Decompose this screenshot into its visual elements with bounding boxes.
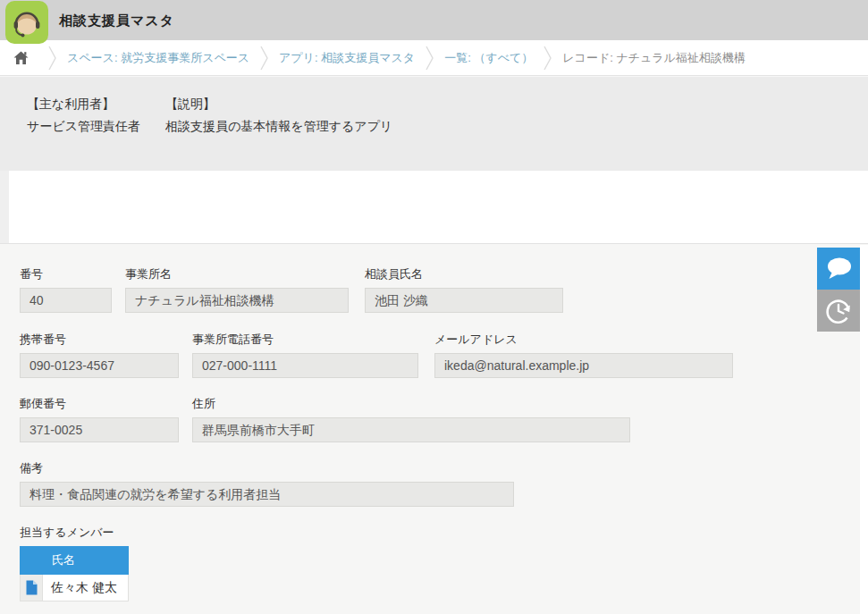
field-office-phone-value: 027-000-1111: [192, 353, 418, 378]
field-number-value: 40: [20, 288, 112, 313]
side-tools: [817, 248, 860, 332]
app-window: 相談支援員マスタ スペース: 就労支援事業所スペース アプリ: 相談支援員マスタ…: [0, 0, 868, 614]
field-mobile: 携帯番号 090-0123-4567: [20, 332, 179, 378]
row-detail-button[interactable]: [20, 575, 43, 601]
page-title: 相談支援員マスタ: [59, 13, 174, 29]
field-address: 住所 群馬県前橋市大手町: [192, 396, 630, 442]
field-office-name: 事業所名 ナチュラル福祉相談機構: [125, 266, 349, 313]
field-counselor-name: 相談員氏名 池田 沙織: [365, 266, 563, 313]
app-description: 【主な利用者】 サービス管理責任者 【説明】 相談支援員の基本情報を管理するアプ…: [0, 77, 868, 171]
field-mobile-label: 携帯番号: [20, 332, 179, 348]
history-icon: [817, 290, 860, 332]
field-email-value: ikeda@natural.example.jp: [434, 353, 733, 378]
field-postal-code-label: 郵便番号: [20, 396, 179, 412]
comment-icon: [817, 248, 860, 290]
history-button[interactable]: [817, 290, 860, 332]
headset-operator-icon: [5, 1, 48, 44]
member-name-cell: 佐々木 健太: [43, 575, 129, 601]
field-number: 番号 40: [20, 266, 112, 313]
description-about-column: 【説明】 相談支援員の基本情報を管理するアプリ: [165, 93, 392, 138]
record-detail: 番号 40 事業所名 ナチュラル福祉相談機構 相談員氏名 池田 沙織 携帯番号 …: [0, 243, 868, 614]
breadcrumb: スペース: 就労支援事業所スペース アプリ: 相談支援員マスタ 一覧: （すべて…: [0, 40, 868, 76]
description-body: 相談支援員の基本情報を管理するアプリ: [165, 115, 392, 138]
breadcrumb-separator-icon: [260, 46, 268, 71]
document-icon: [26, 580, 38, 595]
app-icon: [5, 1, 48, 44]
field-postal-code: 郵便番号 371-0025: [20, 396, 179, 442]
breadcrumb-space-link[interactable]: スペース: 就労支援事業所スペース: [67, 50, 249, 66]
field-counselor-name-label: 相談員氏名: [365, 266, 563, 282]
field-address-label: 住所: [192, 396, 630, 412]
breadcrumb-separator-icon: [426, 46, 434, 71]
breadcrumb-view-link[interactable]: 一覧: （すべて）: [444, 50, 533, 66]
side-panel-edge: [860, 245, 868, 614]
app-header: 相談支援員マスタ: [0, 0, 868, 40]
description-users-column: 【主な利用者】 サービス管理責任者: [27, 93, 140, 138]
field-office-phone: 事業所電話番号 027-000-1111: [192, 332, 418, 378]
breadcrumb-separator-icon: [48, 46, 56, 71]
description-heading: 【主な利用者】: [27, 93, 140, 115]
members-subtable-label: 担当するメンバー: [20, 525, 114, 541]
breadcrumb-separator-icon: [544, 46, 552, 71]
field-counselor-name-value: 池田 沙織: [365, 288, 563, 313]
field-note-value: 料理・食品関連の就労を希望する利用者担当: [20, 482, 514, 507]
field-email: メールアドレス ikeda@natural.example.jp: [434, 332, 733, 378]
table-row: 佐々木 健太: [20, 575, 129, 601]
field-mobile-value: 090-0123-4567: [20, 353, 179, 378]
subtable-header-cell: 氏名: [20, 546, 129, 575]
description-heading: 【説明】: [165, 93, 392, 115]
description-body: サービス管理責任者: [27, 115, 140, 138]
field-note: 備考 料理・食品関連の就労を希望する利用者担当: [20, 460, 514, 507]
field-postal-code-value: 371-0025: [20, 417, 179, 442]
breadcrumb-app-link[interactable]: アプリ: 相談支援員マスタ: [279, 50, 415, 66]
field-office-name-label: 事業所名: [125, 266, 349, 282]
field-address-value: 群馬県前橋市大手町: [192, 417, 630, 442]
field-email-label: メールアドレス: [434, 332, 733, 348]
record-toolbar-area: [0, 171, 868, 243]
field-office-name-value: ナチュラル福祉相談機構: [125, 288, 349, 313]
members-subtable: 氏名 佐々木 健太: [20, 546, 129, 601]
record-toolbar: [9, 171, 868, 243]
comments-button[interactable]: [817, 248, 860, 290]
home-icon[interactable]: [13, 51, 29, 65]
field-office-phone-label: 事業所電話番号: [192, 332, 418, 348]
field-number-label: 番号: [20, 266, 112, 282]
breadcrumb-record-current: レコード: ナチュラル福祉相談機構: [562, 50, 746, 66]
field-note-label: 備考: [20, 460, 514, 476]
